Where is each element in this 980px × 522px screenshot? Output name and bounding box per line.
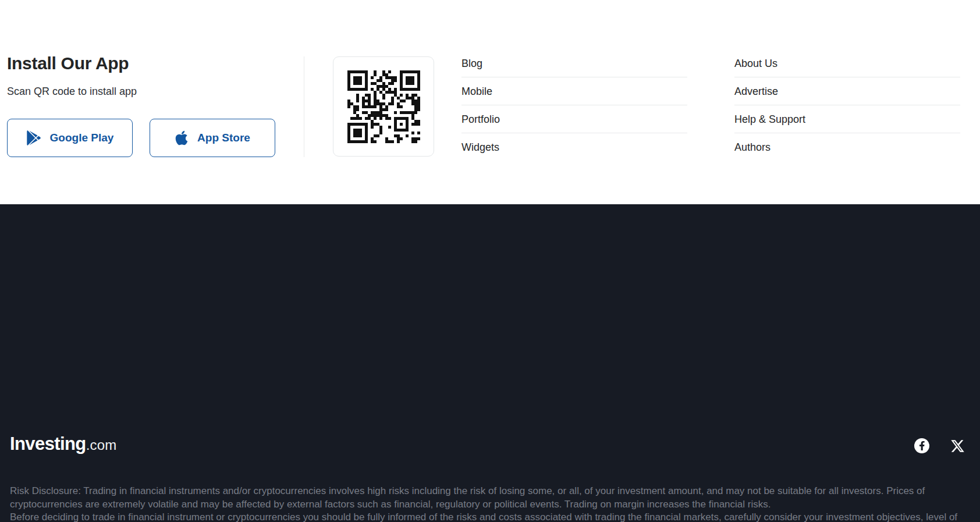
app-store-label: App Store <box>197 132 250 144</box>
google-play-button[interactable]: Google Play <box>7 119 133 157</box>
google-play-label: Google Play <box>50 132 114 144</box>
risk-disclaimer: Risk Disclosure: Trading in financial in… <box>10 485 965 522</box>
footer-link-authors[interactable]: Authors <box>734 141 960 161</box>
install-title: Install Our App <box>7 54 298 73</box>
footer-link-portfolio[interactable]: Portfolio <box>461 113 687 133</box>
footer-link-widgets[interactable]: Widgets <box>461 141 687 161</box>
google-play-icon <box>26 130 41 145</box>
footer-link-mobile[interactable]: Mobile <box>461 86 687 105</box>
x-icon[interactable] <box>950 439 965 453</box>
logo-suffix: .com <box>86 437 117 453</box>
footer-link-advertise[interactable]: Advertise <box>734 86 960 105</box>
footer-links-column-1: BlogMobilePortfolioWidgets <box>461 58 687 161</box>
qr-code-image <box>347 70 420 143</box>
footer-links-column-2: About UsAdvertiseHelp & SupportAuthors <box>734 58 960 161</box>
app-store-button[interactable]: App Store <box>150 119 275 157</box>
social-links <box>914 438 965 453</box>
site-footer: Investing.com Risk Disclosure: Trading i… <box>0 204 980 522</box>
install-app-section: Install Our App Scan QR code to install … <box>0 0 980 204</box>
install-subtitle: Scan QR code to install app <box>7 85 298 98</box>
facebook-icon[interactable] <box>914 438 929 453</box>
disclaimer-paragraph: Risk Disclosure: Trading in financial in… <box>10 485 965 511</box>
footer-link-blog[interactable]: Blog <box>461 58 687 77</box>
footer-link-about-us[interactable]: About Us <box>734 58 960 77</box>
apple-icon <box>175 130 189 146</box>
qr-code <box>333 56 434 157</box>
disclaimer-paragraph: Before deciding to trade in financial in… <box>10 511 965 522</box>
vertical-divider <box>304 56 304 157</box>
footer-link-help-support[interactable]: Help & Support <box>734 113 960 133</box>
logo-brand: Investing <box>10 435 86 453</box>
store-buttons: Google Play App Store <box>7 119 275 157</box>
investing-logo[interactable]: Investing.com <box>10 435 117 453</box>
